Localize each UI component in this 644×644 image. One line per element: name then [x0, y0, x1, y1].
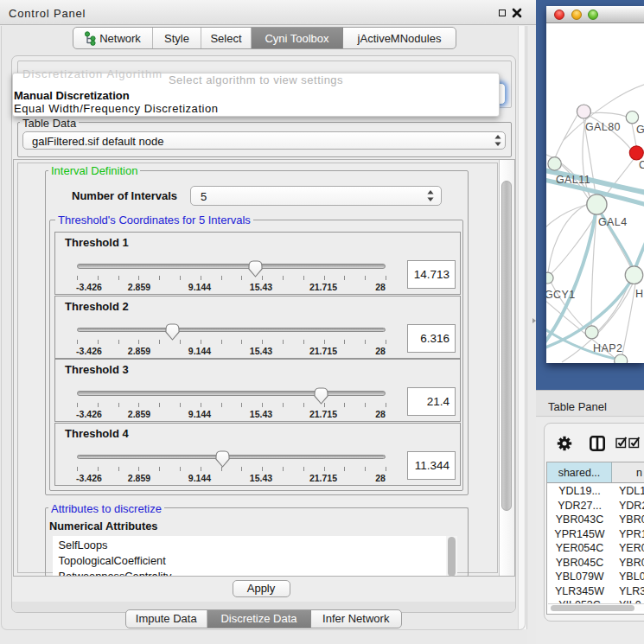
svg-text:GAL4: GAL4	[598, 216, 628, 228]
svg-text:H: H	[635, 288, 643, 300]
svg-text:GAL80: GAL80	[585, 121, 621, 133]
svg-text:GCY1: GCY1	[546, 289, 576, 301]
svg-text:C: C	[639, 159, 644, 171]
svg-text:G.: G.	[636, 124, 644, 136]
svg-text:GAL11: GAL11	[556, 174, 590, 186]
svg-text:HAP2: HAP2	[593, 342, 622, 354]
